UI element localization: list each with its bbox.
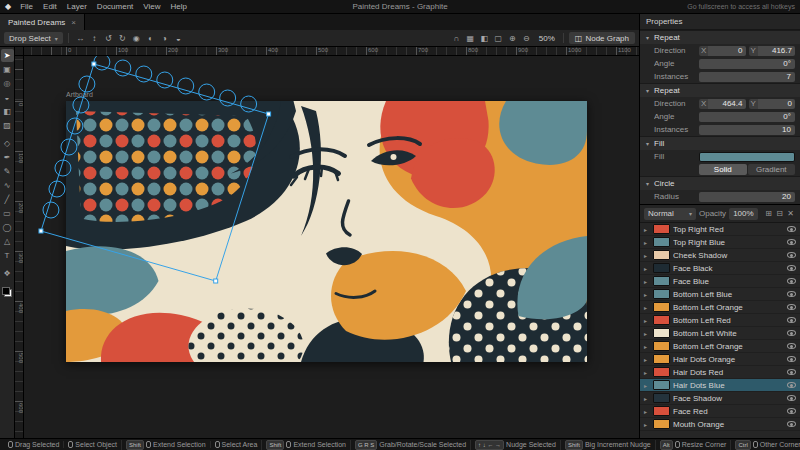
layer-row[interactable]: ▸ Top Right Red bbox=[640, 223, 800, 236]
visibility-eye-icon[interactable] bbox=[787, 278, 796, 284]
app-logo-icon[interactable]: ◆ bbox=[5, 2, 11, 11]
direction-y-input[interactable]: Y 0 bbox=[749, 99, 796, 109]
visibility-eye-icon[interactable] bbox=[787, 252, 796, 258]
layer-row[interactable]: ▸ Face Blue bbox=[640, 275, 800, 288]
chevron-right-icon[interactable]: ▸ bbox=[644, 265, 650, 272]
angle-input[interactable]: 0° bbox=[699, 112, 795, 122]
chevron-right-icon[interactable]: ▸ bbox=[644, 421, 650, 428]
rectangle-tool[interactable]: ▭ bbox=[1, 207, 14, 220]
chevron-right-icon[interactable]: ▸ bbox=[644, 252, 650, 259]
menu-item[interactable]: Help bbox=[166, 2, 192, 11]
rotate-ccw-icon[interactable]: ↺ bbox=[102, 32, 115, 44]
pen-tool[interactable]: ✒ bbox=[1, 151, 14, 164]
chevron-right-icon[interactable]: ▸ bbox=[644, 369, 650, 376]
close-tab-icon[interactable]: × bbox=[71, 18, 76, 27]
menu-item[interactable]: View bbox=[138, 2, 165, 11]
spline-tool[interactable]: ∿ bbox=[1, 179, 14, 192]
fill-tool[interactable]: ◧ bbox=[1, 105, 14, 118]
visibility-eye-icon[interactable] bbox=[787, 421, 796, 427]
node-graph-button[interactable]: ◫ Node Graph bbox=[569, 32, 635, 44]
gradient-tool[interactable]: ▨ bbox=[1, 119, 14, 132]
layer-row[interactable]: ▸ Face Red bbox=[640, 405, 800, 418]
layer-row[interactable]: ▸ Bottom Left Red bbox=[640, 314, 800, 327]
boolean-union-icon[interactable]: ◉ bbox=[130, 32, 143, 44]
layer-row[interactable]: ▸ Bottom Left Orange bbox=[640, 340, 800, 353]
chevron-right-icon[interactable]: ▸ bbox=[644, 304, 650, 311]
layer-row[interactable]: ▸ Face Black bbox=[640, 262, 800, 275]
layer-row[interactable]: ▸ Mouth Orange bbox=[640, 418, 800, 431]
layer-row[interactable]: ▸ Bottom Left Blue bbox=[640, 288, 800, 301]
angle-input[interactable]: 0° bbox=[699, 59, 795, 69]
boolean-subtract-back-icon[interactable]: ◑ bbox=[158, 32, 171, 44]
visibility-eye-icon[interactable] bbox=[787, 291, 796, 297]
eyedropper-tool[interactable]: ◒ bbox=[1, 91, 14, 104]
chevron-right-icon[interactable]: ▸ bbox=[644, 317, 650, 324]
zoom-out-icon[interactable]: ⊖ bbox=[520, 32, 533, 44]
line-tool[interactable]: ╱ bbox=[1, 193, 14, 206]
layer-row[interactable]: ▸ Hair Dots Blue bbox=[640, 379, 800, 392]
visibility-eye-icon[interactable] bbox=[787, 408, 796, 414]
document-tab[interactable]: Painted Dreams × bbox=[0, 14, 85, 30]
visibility-eye-icon[interactable] bbox=[787, 395, 796, 401]
flip-horizontal-icon[interactable]: ↔ bbox=[74, 32, 87, 44]
selection-mode-dropdown[interactable]: Drop Select ▾ bbox=[4, 32, 63, 44]
canvas[interactable]: Artboard bbox=[24, 56, 639, 438]
menu-item[interactable]: File bbox=[15, 2, 38, 11]
section-header-fill[interactable]: ▾ Fill bbox=[640, 136, 800, 150]
fill-color-swatch[interactable] bbox=[699, 152, 795, 162]
boolean-intersect-icon[interactable]: ◒ bbox=[172, 32, 185, 44]
overlays-icon[interactable]: ▢ bbox=[492, 32, 505, 44]
artboard-tool[interactable]: ▣ bbox=[1, 63, 14, 76]
visibility-eye-icon[interactable] bbox=[787, 343, 796, 349]
visibility-eye-icon[interactable] bbox=[787, 369, 796, 375]
gradient-button[interactable]: Gradient bbox=[748, 164, 796, 175]
visibility-eye-icon[interactable] bbox=[787, 317, 796, 323]
chevron-right-icon[interactable]: ▸ bbox=[644, 408, 650, 415]
layer-row[interactable]: ▸ Face Shadow bbox=[640, 392, 800, 405]
visibility-eye-icon[interactable] bbox=[787, 265, 796, 271]
grid-icon[interactable]: ▦ bbox=[464, 32, 477, 44]
chevron-right-icon[interactable]: ▸ bbox=[644, 226, 650, 233]
chevron-right-icon[interactable]: ▸ bbox=[644, 291, 650, 298]
select-tool[interactable]: ➤ bbox=[1, 49, 14, 62]
direction-y-input[interactable]: Y 416.7 bbox=[749, 46, 796, 56]
text-tool[interactable]: T bbox=[1, 249, 14, 262]
visibility-eye-icon[interactable] bbox=[787, 239, 796, 245]
direction-x-input[interactable]: X 464.4 bbox=[699, 99, 746, 109]
visibility-eye-icon[interactable] bbox=[787, 356, 796, 362]
visibility-eye-icon[interactable] bbox=[787, 304, 796, 310]
section-header-repeat-1[interactable]: ▾ Repeat bbox=[640, 30, 800, 44]
brush-tool[interactable]: ❖ bbox=[1, 267, 14, 280]
solid-button[interactable]: Solid bbox=[699, 164, 747, 175]
working-colors[interactable] bbox=[2, 287, 12, 297]
view-mode-icon[interactable]: ◧ bbox=[478, 32, 491, 44]
layer-row[interactable]: ▸ Hair Dots Orange bbox=[640, 353, 800, 366]
ellipse-tool[interactable]: ◯ bbox=[1, 221, 14, 234]
artboard-label[interactable]: Artboard bbox=[66, 91, 93, 98]
visibility-eye-icon[interactable] bbox=[787, 382, 796, 388]
section-header-circle[interactable]: ▾ Circle bbox=[640, 176, 800, 190]
chevron-right-icon[interactable]: ▸ bbox=[644, 395, 650, 402]
rotate-cw-icon[interactable]: ↻ bbox=[116, 32, 129, 44]
visibility-eye-icon[interactable] bbox=[787, 226, 796, 232]
menu-item[interactable]: Layer bbox=[62, 2, 92, 11]
flip-vertical-icon[interactable]: ↕ bbox=[88, 32, 101, 44]
radius-input[interactable]: 20 bbox=[699, 192, 795, 202]
new-folder-icon[interactable]: ⊟ bbox=[774, 209, 785, 218]
layer-row[interactable]: ▸ Top Right Blue bbox=[640, 236, 800, 249]
direction-x-input[interactable]: X 0 bbox=[699, 46, 746, 56]
chevron-right-icon[interactable]: ▸ bbox=[644, 278, 650, 285]
menu-item[interactable]: Edit bbox=[38, 2, 62, 11]
blend-mode-dropdown[interactable]: Normal ▾ bbox=[644, 208, 696, 220]
boolean-subtract-front-icon[interactable]: ◐ bbox=[144, 32, 157, 44]
new-layer-icon[interactable]: ⊞ bbox=[763, 209, 774, 218]
delete-layer-icon[interactable]: ✕ bbox=[785, 209, 796, 218]
zoom-level-value[interactable]: 50% bbox=[536, 34, 558, 43]
layer-row[interactable]: ▸ Hair Dots Red bbox=[640, 366, 800, 379]
section-header-repeat-2[interactable]: ▾ Repeat bbox=[640, 83, 800, 97]
freehand-tool[interactable]: ✎ bbox=[1, 165, 14, 178]
navigate-tool[interactable]: ◎ bbox=[1, 77, 14, 90]
polygon-tool[interactable]: △ bbox=[1, 235, 14, 248]
chevron-right-icon[interactable]: ▸ bbox=[644, 330, 650, 337]
snapping-icon[interactable]: ∩ bbox=[450, 32, 463, 44]
